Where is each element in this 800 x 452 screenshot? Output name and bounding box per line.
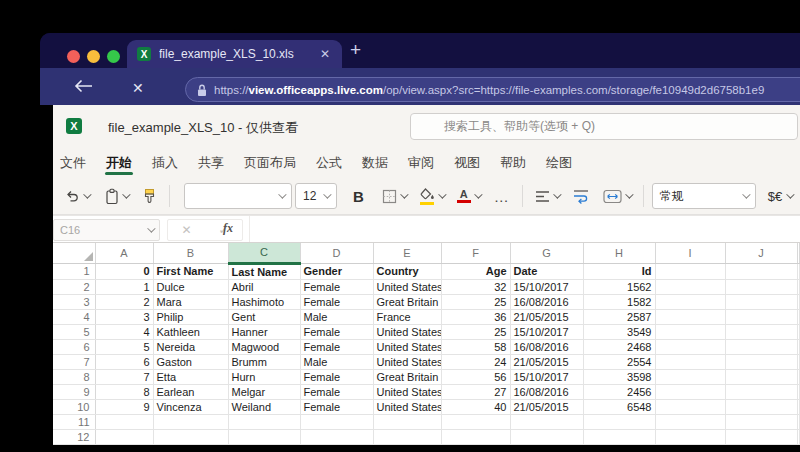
cell-I10[interactable]	[655, 399, 725, 414]
row-header-8[interactable]: 8	[53, 369, 95, 384]
cell-I5[interactable]	[655, 324, 725, 339]
menu-item-4[interactable]: 页面布局	[244, 149, 296, 177]
cell-G3[interactable]: 16/08/2016	[510, 294, 583, 309]
cell-F12[interactable]	[441, 429, 510, 444]
wrap-text-button[interactable]	[569, 186, 593, 207]
cell-B6[interactable]: Nereida	[153, 339, 228, 354]
cell-F9[interactable]: 27	[441, 384, 510, 399]
cell-J5[interactable]	[725, 324, 797, 339]
align-button[interactable]	[531, 187, 563, 206]
cell-B9[interactable]: Earlean	[153, 384, 228, 399]
cell-C8[interactable]: Hurn	[228, 369, 300, 384]
column-header-D[interactable]: D	[300, 243, 373, 263]
cell-B3[interactable]: Mara	[153, 294, 228, 309]
cell-A10[interactable]: 9	[95, 399, 153, 414]
cell-G11[interactable]	[510, 414, 583, 429]
cell-D9[interactable]: Female	[300, 384, 373, 399]
cell-I6[interactable]	[655, 339, 725, 354]
cell-H9[interactable]: 2456	[583, 384, 655, 399]
cell-E12[interactable]	[373, 429, 441, 444]
cell-I7[interactable]	[655, 354, 725, 369]
cell-H8[interactable]: 3598	[583, 369, 655, 384]
paste-button[interactable]	[101, 185, 132, 208]
cell-E8[interactable]: Great Britain	[373, 369, 441, 384]
cell-G9[interactable]: 16/08/2016	[510, 384, 583, 399]
cell-J8[interactable]	[725, 369, 797, 384]
cell-H1[interactable]: Id	[583, 263, 655, 279]
menu-item-2[interactable]: 插入	[152, 149, 178, 177]
column-header-A[interactable]: A	[95, 243, 153, 263]
cell-H12[interactable]	[583, 429, 655, 444]
cell-C4[interactable]: Gent	[228, 309, 300, 324]
cell-B8[interactable]: Etta	[153, 369, 228, 384]
column-header-B[interactable]: B	[153, 243, 228, 263]
cell-H6[interactable]: 2468	[583, 339, 655, 354]
cancel-icon[interactable]: ✕	[181, 223, 191, 237]
cell-I1[interactable]	[655, 263, 725, 279]
cell-J12[interactable]	[725, 429, 797, 444]
site-security-icon[interactable]	[196, 83, 208, 98]
cell-D11[interactable]	[300, 414, 373, 429]
cell-D3[interactable]: Female	[300, 294, 373, 309]
address-bar[interactable]: https://view.officeapps.live.com/op/view…	[185, 77, 800, 102]
cell-E4[interactable]: France	[373, 309, 441, 324]
cell-C9[interactable]: Melgar	[228, 384, 300, 399]
cell-A9[interactable]: 8	[95, 384, 153, 399]
cell-C2[interactable]: Abril	[228, 279, 300, 294]
cell-D8[interactable]: Female	[300, 369, 373, 384]
cell-D5[interactable]: Female	[300, 324, 373, 339]
minimize-window-button[interactable]	[87, 50, 100, 63]
more-options-button[interactable]: …	[490, 188, 514, 205]
row-header-1[interactable]: 1	[53, 263, 95, 279]
column-header-F[interactable]: F	[441, 243, 510, 263]
cell-C5[interactable]: Hanner	[228, 324, 300, 339]
row-header-6[interactable]: 6	[53, 339, 95, 354]
cell-A12[interactable]	[95, 429, 153, 444]
cell-E3[interactable]: Great Britain	[373, 294, 441, 309]
cell-F3[interactable]: 25	[441, 294, 510, 309]
cell-F5[interactable]: 25	[441, 324, 510, 339]
browser-tab[interactable]: X file_example_XLS_10.xls ✕	[127, 40, 342, 68]
cell-G10[interactable]: 21/05/2015	[510, 399, 583, 414]
cell-J11[interactable]	[725, 414, 797, 429]
currency-format-button[interactable]: $€	[768, 189, 792, 204]
menu-item-7[interactable]: 审阅	[408, 149, 434, 177]
cell-B10[interactable]: Vincenza	[153, 399, 228, 414]
cell-J3[interactable]	[725, 294, 797, 309]
cell-G7[interactable]: 21/05/2015	[510, 354, 583, 369]
cell-E1[interactable]: Country	[373, 263, 441, 279]
cell-E5[interactable]: United States	[373, 324, 441, 339]
column-header-J[interactable]: J	[725, 243, 797, 263]
column-header-G[interactable]: G	[510, 243, 583, 263]
cell-D7[interactable]: Male	[300, 354, 373, 369]
format-painter-button[interactable]	[138, 185, 161, 208]
cell-A4[interactable]: 3	[95, 309, 153, 324]
cell-F8[interactable]: 56	[441, 369, 510, 384]
row-header-3[interactable]: 3	[53, 294, 95, 309]
formula-input[interactable]	[249, 216, 800, 242]
select-all-button[interactable]	[53, 243, 95, 263]
cell-B1[interactable]: First Name	[153, 263, 228, 279]
cell-C6[interactable]: Magwood	[228, 339, 300, 354]
zoom-window-button[interactable]	[107, 50, 120, 63]
cell-I8[interactable]	[655, 369, 725, 384]
cell-J4[interactable]	[725, 309, 797, 324]
cell-E10[interactable]: United States	[373, 399, 441, 414]
cell-B11[interactable]	[153, 414, 228, 429]
cell-I12[interactable]	[655, 429, 725, 444]
cell-A6[interactable]: 5	[95, 339, 153, 354]
name-box[interactable]: C16	[53, 219, 160, 241]
column-header-H[interactable]: H	[583, 243, 655, 263]
cell-A8[interactable]: 7	[95, 369, 153, 384]
stop-icon[interactable]: ✕	[132, 80, 144, 96]
cell-D1[interactable]: Gender	[300, 263, 373, 279]
cell-G8[interactable]: 15/10/2017	[510, 369, 583, 384]
cell-A5[interactable]: 4	[95, 324, 153, 339]
cell-F7[interactable]: 24	[441, 354, 510, 369]
cell-F10[interactable]: 40	[441, 399, 510, 414]
cell-H10[interactable]: 6548	[583, 399, 655, 414]
menu-item-10[interactable]: 绘图	[546, 149, 572, 177]
cell-C12[interactable]	[228, 429, 300, 444]
insert-function-icon[interactable]: fx	[223, 221, 233, 236]
cell-H4[interactable]: 2587	[583, 309, 655, 324]
